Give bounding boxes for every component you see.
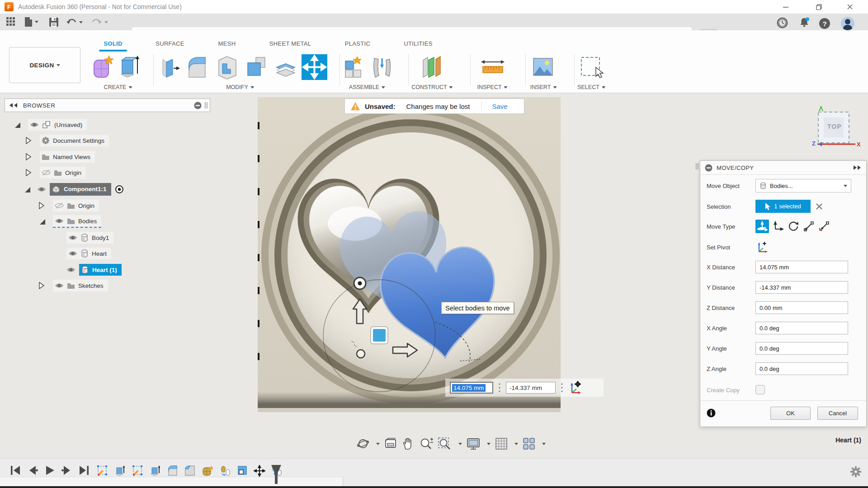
drag-dots-handle[interactable] [498,383,501,393]
feature-extrude2-icon[interactable] [150,465,161,477]
move-type-point-to-point[interactable] [802,220,816,233]
cancel-button[interactable]: Cancel [817,407,858,420]
feature-sketch2-icon[interactable] [132,465,144,477]
tree-row-heart1-selected[interactable]: Heart (1) [66,263,122,276]
offset-face-tool-button[interactable] [274,54,297,81]
tree-row-origin[interactable]: Origin [25,166,86,179]
feature-form-icon[interactable] [202,465,214,477]
new-component-tool-button[interactable] [342,54,365,81]
expanded-arrow-icon[interactable] [24,186,31,193]
expanded-arrow-icon[interactable] [14,121,21,128]
timeline-settings-gear-icon[interactable] [850,466,862,478]
visibility-hidden-eye-icon[interactable] [42,169,51,176]
tree-row-bodies[interactable]: Bodies [38,215,101,228]
rotate-z-handle[interactable] [357,350,365,358]
step-back-icon[interactable] [27,465,38,476]
y-distance-floating-input[interactable]: -14.337 mm [506,382,556,394]
collapse-dialog-icon[interactable] [705,164,712,172]
close-window-button[interactable] [840,0,860,14]
orbit-icon[interactable] [356,437,370,450]
visibility-eye-icon[interactable] [37,186,46,193]
look-at-icon[interactable] [384,437,397,450]
activate-component-radio[interactable] [115,185,124,194]
visibility-eye-icon[interactable] [55,217,64,225]
clear-selection-icon[interactable] [816,203,822,210]
form-tool-button[interactable] [90,54,114,81]
select-group-label[interactable]: SELECT [577,84,605,90]
combine-tool-button[interactable] [244,54,268,81]
file-menu-button[interactable] [22,15,41,28]
viewcube[interactable]: TOP Z X [812,105,863,150]
tab-solid[interactable]: SOLID [104,40,122,47]
collapsed-arrow-icon[interactable] [25,137,32,144]
zoom-window-icon[interactable] [438,437,452,450]
pivot-axes-icon[interactable] [568,381,582,394]
feature-fillet-icon[interactable] [184,465,196,477]
z-angle-input[interactable]: 0.0 deg [755,362,848,375]
inspect-group-label[interactable]: INSPECT [477,84,507,90]
ok-button[interactable]: OK [770,407,811,420]
design-workspace-dropdown[interactable]: DESIGN [9,47,80,83]
select-tool-button[interactable] [579,54,606,81]
tree-row-origin-component[interactable]: Origin [38,199,99,212]
x-distance-input[interactable]: 14.075 mm [755,261,848,273]
redo-button[interactable] [89,15,111,29]
timeline-track[interactable] [0,477,343,487]
move-type-translate[interactable] [771,220,785,233]
viewcube-face-label[interactable]: TOP [827,123,842,130]
minimize-button[interactable] [776,0,796,14]
dialog-header[interactable]: MOVE/COPY [700,161,866,175]
move-type-rotate[interactable] [787,220,800,233]
move-type-free-move-active[interactable] [755,220,769,233]
viewports-icon[interactable] [522,437,536,450]
visibility-eye-icon[interactable] [30,121,39,128]
tree-row-body1[interactable]: Body1 [66,231,113,244]
user-avatar[interactable] [841,17,854,30]
tab-sheet-metal[interactable]: SHEET METAL [269,40,311,47]
construct-group-label[interactable]: CONSTRUCT [411,84,453,90]
undo-button[interactable] [63,15,85,29]
y-distance-input[interactable]: -14.337 mm [755,281,848,294]
zoom-icon[interactable] [419,437,434,450]
press-pull-tool-button[interactable] [159,54,181,81]
joint-tool-button[interactable] [371,54,393,81]
visibility-eye-icon[interactable] [55,282,64,289]
tab-plastic[interactable]: PLASTIC [345,40,370,47]
collapsed-arrow-icon[interactable] [38,202,45,209]
tab-mesh[interactable]: MESH [218,40,236,47]
remove-panel-icon[interactable] [194,102,202,109]
collapsed-arrow-icon[interactable] [25,169,32,176]
y-angle-input[interactable]: 0.0 deg [755,342,848,355]
app-grid-menu-icon[interactable] [4,15,18,28]
create-group-label[interactable]: CREATE [104,84,132,90]
notifications-bell-icon[interactable] [796,16,813,29]
tab-utilities[interactable]: UTILITIES [404,40,432,47]
move-tool-button-active[interactable] [302,54,327,80]
insert-group-label[interactable]: INSERT [530,84,557,90]
extrude-tool-button[interactable] [117,54,142,81]
visibility-eye-icon[interactable] [66,266,75,273]
tree-row-document-settings[interactable]: Document Settings [25,134,109,147]
x-distance-floating-input[interactable]: 14.075 mm [450,382,493,394]
go-to-end-icon[interactable] [79,465,90,476]
feature-chamfer-icon[interactable] [167,465,178,477]
help-icon[interactable]: ? [819,18,830,29]
create-copy-checkbox[interactable] [755,385,765,394]
display-settings-icon[interactable] [466,437,481,450]
tree-row-named-views[interactable]: Named Views [25,150,95,163]
fillet-tool-button[interactable] [185,54,209,81]
collapsed-arrow-icon[interactable] [38,282,45,289]
maximize-button[interactable] [809,0,829,14]
feature-split-icon[interactable] [237,465,248,477]
move-object-dropdown[interactable]: Bodies... [755,179,851,192]
tree-row-document[interactable]: (Unsaved) [14,118,87,131]
grid-snap-icon[interactable] [495,437,508,450]
expand-dialog-chevrons-icon[interactable] [853,165,862,170]
visibility-hidden-eye-icon[interactable] [55,202,64,209]
go-to-start-icon[interactable] [10,465,21,476]
tree-row-component1[interactable]: Component1:1 [24,183,124,196]
plane-move-handle[interactable] [373,329,386,342]
tree-row-sketches[interactable]: Sketches [38,279,108,292]
tree-row-heart[interactable]: Heart [66,247,111,260]
timeline-scrubber-handle[interactable] [270,464,282,486]
